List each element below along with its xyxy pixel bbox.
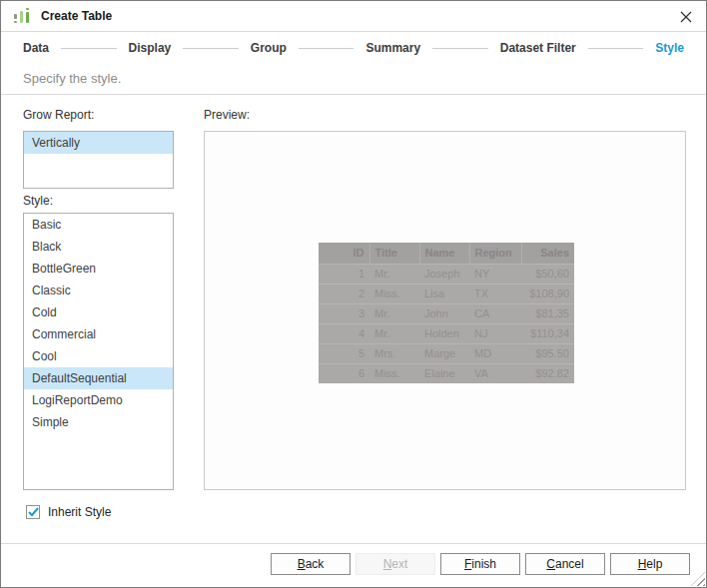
- table-cell: Miss.: [369, 284, 419, 303]
- footer-divider: [1, 543, 706, 544]
- list-item-bottlegreen[interactable]: BottleGreen: [24, 258, 173, 280]
- preview-panel: ID Title Name Region Sales 1 Mr. Joseph …: [204, 131, 686, 490]
- table-cell: VA: [469, 363, 521, 383]
- step-data[interactable]: Data: [23, 41, 49, 55]
- finish-button[interactable]: Finish: [440, 553, 520, 575]
- checkbox-box[interactable]: [26, 505, 40, 519]
- table-cell: Mr.: [369, 264, 419, 284]
- table-cell: NJ: [469, 323, 521, 343]
- table-cell: 5: [319, 343, 369, 363]
- table-row: 1 Mr. Joseph NY $50,60: [319, 264, 574, 284]
- table-header-cell: Sales: [521, 243, 574, 264]
- list-item-classic[interactable]: Classic: [24, 280, 173, 301]
- list-item-vertically[interactable]: Vertically: [24, 132, 173, 154]
- wizard-steps: Data Display Group Summary Dataset Filte…: [1, 33, 706, 63]
- table-cell: Mr.: [369, 323, 419, 343]
- check-icon: [28, 507, 39, 517]
- list-item-basic[interactable]: Basic: [24, 214, 173, 236]
- list-item-cold[interactable]: Cold: [24, 301, 173, 323]
- grow-report-label: Grow Report:: [23, 108, 94, 122]
- close-icon: [680, 11, 692, 23]
- table-cell: NY: [469, 264, 521, 284]
- table-cell: $108,90: [521, 284, 574, 303]
- table-row: 3 Mr. John CA $81,35: [319, 303, 574, 323]
- table-cell: Holden: [419, 323, 469, 343]
- table-header-cell: Region: [469, 243, 521, 264]
- list-item-commercial[interactable]: Commercial: [24, 323, 173, 345]
- back-button[interactable]: Back: [271, 553, 351, 575]
- inherit-style-checkbox[interactable]: Inherit Style: [26, 503, 111, 521]
- table-cell: $110,34: [521, 323, 574, 343]
- table-cell: MD: [469, 343, 521, 363]
- grow-report-listbox[interactable]: Vertically: [23, 131, 174, 189]
- dialog-title: Create Table: [41, 9, 112, 23]
- table-cell: Mr.: [369, 303, 419, 323]
- bar-chart-icon: [13, 7, 31, 25]
- table-cell: Mrs.: [369, 343, 419, 363]
- next-button[interactable]: Next: [355, 553, 435, 575]
- list-item-defaultsequential[interactable]: DefaultSequential: [24, 367, 173, 389]
- close-button[interactable]: [676, 7, 696, 27]
- table-row: 6 Miss. Elaine VA $92.82: [319, 363, 574, 383]
- table-cell: 3: [319, 303, 369, 323]
- table-cell: Marge: [419, 343, 469, 363]
- table-header-cell: ID: [319, 243, 369, 264]
- style-listbox[interactable]: Basic Black BottleGreen Classic Cold Com…: [23, 213, 174, 490]
- table-cell: CA: [469, 303, 521, 323]
- step-connector: [588, 48, 644, 49]
- step-style[interactable]: Style: [655, 41, 684, 55]
- table-cell: 1: [319, 264, 369, 284]
- table-row: 4 Mr. Holden NJ $110,34: [319, 323, 574, 343]
- table-row: 2 Miss. Lisa TX $108,90: [319, 284, 574, 303]
- table-cell: Miss.: [369, 363, 419, 383]
- step-connector: [432, 48, 488, 49]
- table-cell: Elaine: [419, 363, 469, 383]
- table-header-cell: Name: [419, 243, 469, 264]
- table-cell: Lisa: [419, 284, 469, 303]
- table-header-cell: Title: [369, 243, 419, 264]
- list-item-black[interactable]: Black: [24, 236, 173, 258]
- table-cell: $95.50: [521, 343, 574, 363]
- table-cell: $81,35: [521, 303, 574, 323]
- inherit-style-label: Inherit Style: [48, 505, 111, 519]
- step-connector: [299, 48, 354, 49]
- table-cell: $92.82: [521, 363, 574, 383]
- table-cell: $50,60: [521, 264, 574, 284]
- preview-table: ID Title Name Region Sales 1 Mr. Joseph …: [319, 243, 574, 383]
- table-cell: Joseph: [419, 264, 469, 284]
- help-button[interactable]: Help: [610, 553, 690, 575]
- list-item-cool[interactable]: Cool: [24, 345, 173, 367]
- step-group[interactable]: Group: [251, 41, 287, 55]
- create-table-dialog: Create Table Data Display Group Summary …: [0, 0, 707, 588]
- list-item-logireportdemo[interactable]: LogiReportDemo: [24, 389, 173, 411]
- step-summary[interactable]: Summary: [365, 41, 420, 55]
- titlebar: Create Table: [1, 1, 706, 32]
- table-row: 5 Mrs. Marge MD $95.50: [319, 343, 574, 363]
- table-cell: 6: [319, 363, 369, 383]
- list-item-simple[interactable]: Simple: [24, 411, 173, 433]
- table-cell: 4: [319, 323, 369, 343]
- resize-grip[interactable]: [691, 572, 705, 586]
- step-connector: [183, 48, 239, 49]
- table-cell: John: [419, 303, 469, 323]
- style-label: Style:: [23, 194, 53, 208]
- table-header-row: ID Title Name Region Sales: [319, 243, 574, 264]
- page-description: Specify the style.: [1, 63, 706, 95]
- step-dataset-filter[interactable]: Dataset Filter: [500, 41, 576, 55]
- cancel-button[interactable]: Cancel: [525, 553, 605, 575]
- step-connector: [61, 48, 117, 49]
- step-display[interactable]: Display: [129, 41, 172, 55]
- preview-label: Preview:: [204, 108, 250, 122]
- table-cell: 2: [319, 284, 369, 303]
- table-cell: TX: [469, 284, 521, 303]
